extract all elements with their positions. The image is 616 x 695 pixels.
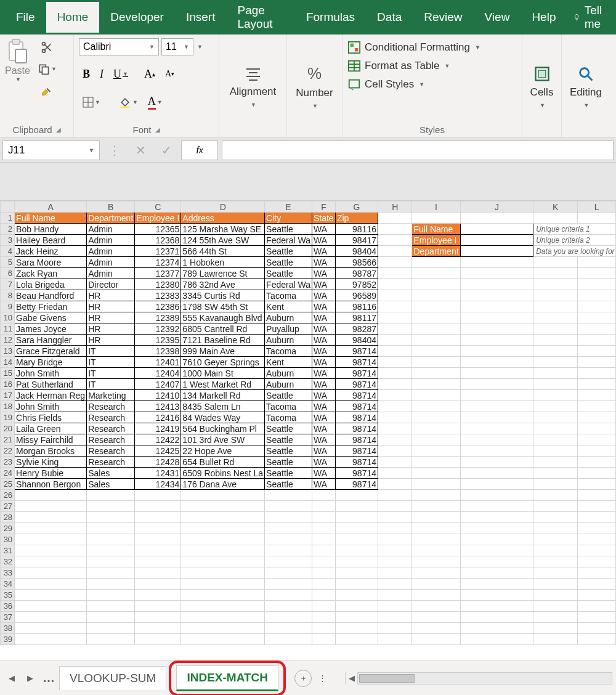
cell[interactable] bbox=[412, 290, 460, 301]
row-header[interactable]: 33 bbox=[1, 567, 15, 579]
cell[interactable]: Seattle bbox=[265, 457, 312, 468]
cell[interactable] bbox=[533, 301, 578, 312]
cell[interactable] bbox=[335, 512, 378, 523]
cell[interactable]: Admin bbox=[87, 246, 135, 257]
cell[interactable]: 98287 bbox=[335, 323, 378, 335]
cell[interactable] bbox=[378, 224, 412, 235]
cell[interactable]: Auburn bbox=[265, 312, 312, 323]
cell[interactable]: 12377 bbox=[135, 268, 181, 279]
cell[interactable]: 6509 Robins Nest La bbox=[181, 468, 265, 479]
cell[interactable]: WA bbox=[312, 479, 335, 490]
cell[interactable] bbox=[378, 390, 412, 401]
cell[interactable] bbox=[335, 612, 378, 623]
cell[interactable]: 98714 bbox=[335, 401, 378, 412]
cell[interactable] bbox=[335, 545, 378, 556]
cell[interactable]: WA bbox=[312, 279, 335, 290]
row-header[interactable]: 21 bbox=[1, 434, 15, 445]
cell[interactable] bbox=[378, 623, 412, 634]
row-header[interactable]: 14 bbox=[1, 357, 15, 368]
cell[interactable] bbox=[335, 634, 378, 645]
cell[interactable]: Hailey Beard bbox=[15, 235, 87, 246]
cell[interactable] bbox=[533, 590, 578, 601]
cell[interactable]: Unique criteria 1 bbox=[533, 224, 616, 235]
cell[interactable] bbox=[533, 490, 578, 501]
cell[interactable] bbox=[460, 346, 533, 357]
cell[interactable]: Research bbox=[87, 401, 135, 412]
cell[interactable] bbox=[533, 556, 578, 567]
cell[interactable] bbox=[335, 567, 378, 579]
cell[interactable] bbox=[533, 346, 578, 357]
cell[interactable] bbox=[412, 468, 460, 479]
cell[interactable]: Address bbox=[181, 213, 265, 224]
row-header[interactable]: 17 bbox=[1, 390, 15, 401]
cell[interactable]: Sales bbox=[87, 479, 135, 490]
cell[interactable]: WA bbox=[312, 434, 335, 445]
row-header[interactable]: 27 bbox=[1, 501, 15, 512]
name-box[interactable]: J11▼ bbox=[2, 140, 100, 160]
cell[interactable] bbox=[135, 490, 181, 501]
cell[interactable] bbox=[578, 567, 616, 579]
cell[interactable] bbox=[265, 601, 312, 612]
cell[interactable]: WA bbox=[312, 445, 335, 457]
cell[interactable]: James Joyce bbox=[15, 323, 87, 335]
cell[interactable] bbox=[181, 567, 265, 579]
cell[interactable] bbox=[181, 612, 265, 623]
cell[interactable] bbox=[378, 335, 412, 346]
cell[interactable]: 98714 bbox=[335, 379, 378, 390]
cell[interactable] bbox=[378, 434, 412, 445]
row-header[interactable]: 13 bbox=[1, 346, 15, 357]
cell[interactable]: Tacoma bbox=[265, 401, 312, 412]
cell[interactable] bbox=[412, 423, 460, 434]
cell[interactable] bbox=[87, 523, 135, 534]
cell[interactable] bbox=[533, 335, 578, 346]
cell[interactable] bbox=[15, 490, 87, 501]
row-header[interactable]: 18 bbox=[1, 401, 15, 412]
cell[interactable] bbox=[312, 556, 335, 567]
cell[interactable] bbox=[460, 579, 533, 590]
cell[interactable] bbox=[181, 634, 265, 645]
row-header[interactable]: 15 bbox=[1, 368, 15, 379]
tab-options-icon[interactable]: ⋮ bbox=[314, 670, 330, 686]
row-header[interactable]: 35 bbox=[1, 590, 15, 601]
cell[interactable] bbox=[181, 556, 265, 567]
cell[interactable]: John Smith bbox=[15, 401, 87, 412]
col-header[interactable]: E bbox=[265, 201, 312, 213]
cell[interactable] bbox=[335, 490, 378, 501]
cell[interactable]: WA bbox=[312, 257, 335, 268]
cell[interactable] bbox=[15, 512, 87, 523]
spreadsheet-grid[interactable]: ABCDEFGHIJKL1Full NameDepartmentEmployee… bbox=[0, 201, 616, 645]
cell[interactable]: Federal Wa bbox=[265, 235, 312, 246]
cell[interactable] bbox=[460, 390, 533, 401]
cell[interactable]: State bbox=[312, 213, 335, 224]
cell[interactable] bbox=[135, 623, 181, 634]
col-header[interactable]: G bbox=[335, 201, 378, 213]
font-name-select[interactable]: Calibri▼ bbox=[79, 38, 159, 55]
cell[interactable] bbox=[412, 323, 460, 335]
cell[interactable] bbox=[460, 279, 533, 290]
col-header[interactable]: K bbox=[533, 201, 578, 213]
scroll-left-icon[interactable]: ◀ bbox=[346, 672, 358, 685]
borders-button[interactable]: ▼ bbox=[79, 94, 104, 110]
cell[interactable] bbox=[578, 445, 616, 457]
cell[interactable]: WA bbox=[312, 457, 335, 468]
cell[interactable] bbox=[578, 412, 616, 423]
cell[interactable]: Jack Heinz bbox=[15, 246, 87, 257]
cell[interactable]: Shannon Bergon bbox=[15, 479, 87, 490]
cell[interactable]: 12407 bbox=[135, 379, 181, 390]
cell[interactable] bbox=[578, 323, 616, 335]
cell[interactable]: Research bbox=[87, 423, 135, 434]
options-icon[interactable]: ⋮ bbox=[103, 140, 126, 160]
cell[interactable]: WA bbox=[312, 468, 335, 479]
cell[interactable] bbox=[460, 379, 533, 390]
cell[interactable] bbox=[15, 523, 87, 534]
cell[interactable]: WA bbox=[312, 235, 335, 246]
row-header[interactable]: 38 bbox=[1, 623, 15, 634]
cell[interactable]: 97852 bbox=[335, 279, 378, 290]
cell[interactable]: Sylvie King bbox=[15, 457, 87, 468]
cell[interactable] bbox=[533, 290, 578, 301]
cell[interactable] bbox=[578, 579, 616, 590]
formula-input[interactable] bbox=[222, 140, 614, 160]
cell[interactable] bbox=[412, 312, 460, 323]
conditional-formatting-button[interactable]: Conditional Formatting▼ bbox=[347, 38, 517, 57]
row-header[interactable]: 22 bbox=[1, 445, 15, 457]
